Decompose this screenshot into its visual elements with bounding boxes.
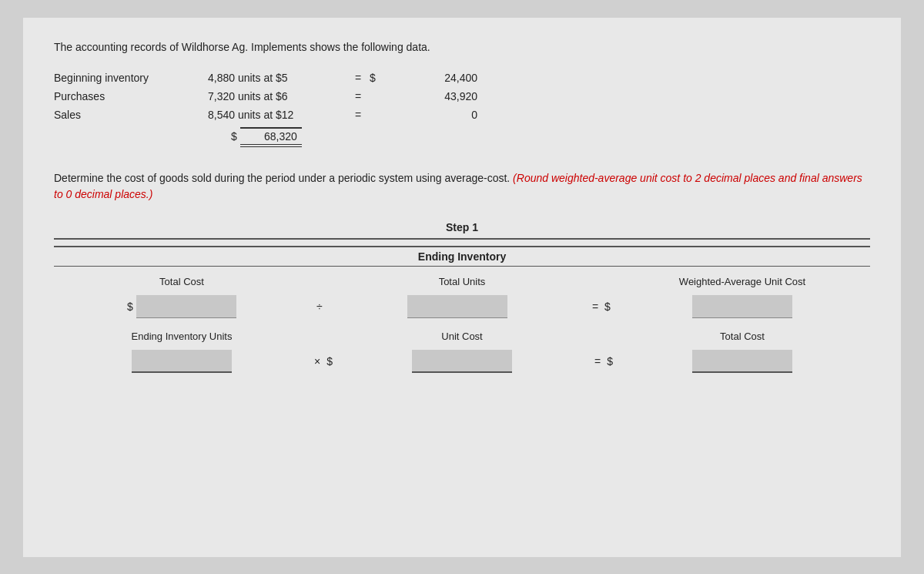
sales-units: 8,540 units at $12 bbox=[208, 109, 346, 121]
col-headers-row1: Total Cost Total Units Weighted-Average … bbox=[54, 276, 870, 287]
purchases-value: 43,920 bbox=[385, 90, 477, 102]
weighted-avg-group bbox=[622, 295, 862, 318]
instruction-normal: Determine the cost of goods sold during … bbox=[54, 172, 510, 184]
col3-header: Weighted-Average Unit Cost bbox=[622, 276, 862, 287]
ending-inv-units-input[interactable] bbox=[132, 350, 232, 373]
equals-symbol-1: = bbox=[592, 300, 598, 313]
beginning-inventory-units: 4,880 units at $5 bbox=[208, 72, 346, 84]
step-header: Step 1 bbox=[54, 221, 870, 233]
col2-label2: Unit Cost bbox=[342, 331, 582, 342]
col3-label2: Total Cost bbox=[622, 331, 862, 342]
total-dollar: $ bbox=[231, 130, 237, 143]
beginning-inventory-dollar: $ bbox=[370, 72, 385, 84]
total-cost-result-group bbox=[622, 350, 862, 373]
divide-symbol: ÷ bbox=[316, 300, 323, 313]
equals-dollar-group-2: = $ bbox=[588, 355, 616, 368]
sales-label: Sales bbox=[54, 109, 208, 121]
total-units-group bbox=[337, 295, 578, 318]
purchases-row: Purchases 7,320 units at $6 = 43,920 bbox=[54, 90, 870, 102]
section-title: Ending Inventory bbox=[54, 246, 870, 267]
total-cost-result-input[interactable] bbox=[692, 350, 792, 373]
step-divider bbox=[54, 238, 870, 240]
col-headers-row2: Ending Inventory Units Unit Cost Total C… bbox=[54, 331, 870, 342]
unit-cost-input[interactable] bbox=[412, 350, 512, 373]
col1-header: Total Cost bbox=[62, 276, 302, 287]
total-cost-group: $ bbox=[62, 295, 302, 318]
sales-row: Sales 8,540 units at $12 = 0 bbox=[54, 109, 870, 121]
data-section: Beginning inventory 4,880 units at $5 = … bbox=[54, 72, 870, 147]
beginning-inventory-value: 24,400 bbox=[385, 72, 477, 84]
sales-value: 0 bbox=[385, 109, 477, 121]
purchases-label: Purchases bbox=[54, 90, 208, 102]
step-section: Step 1 Ending Inventory Total Cost Total… bbox=[54, 221, 870, 373]
dollar-prefix-4: $ bbox=[607, 355, 613, 368]
equals-symbol-2: = bbox=[594, 355, 601, 368]
total-units-input[interactable] bbox=[407, 295, 507, 318]
instruction-text: Determine the cost of goods sold during … bbox=[54, 170, 870, 203]
page-container: The accounting records of Wildhorse Ag. … bbox=[23, 18, 901, 557]
input-row-2: × $ = $ bbox=[54, 350, 870, 373]
sales-equals: = bbox=[346, 109, 370, 121]
total-row: $ 68,320 bbox=[54, 127, 870, 147]
beginning-inventory-equals: = bbox=[346, 72, 370, 84]
dollar-prefix-3: $ bbox=[326, 355, 333, 368]
purchases-equals: = bbox=[346, 90, 370, 102]
multiply-symbol: × bbox=[314, 355, 320, 368]
col2-header: Total Units bbox=[342, 276, 582, 287]
purchases-units: 7,320 units at $6 bbox=[208, 90, 346, 102]
beginning-inventory-row: Beginning inventory 4,880 units at $5 = … bbox=[54, 72, 870, 84]
total-cost-input[interactable] bbox=[136, 295, 236, 318]
total-value: 68,320 bbox=[240, 127, 302, 147]
dollar-prefix-1: $ bbox=[127, 300, 133, 313]
beginning-inventory-label: Beginning inventory bbox=[54, 72, 208, 84]
input-row-1: $ ÷ = $ bbox=[54, 295, 870, 318]
weighted-avg-input[interactable] bbox=[692, 295, 792, 318]
dollar-prefix-2: $ bbox=[604, 300, 611, 313]
ending-inv-units-group bbox=[62, 350, 302, 373]
unit-cost-group bbox=[342, 350, 582, 373]
intro-text: The accounting records of Wildhorse Ag. … bbox=[54, 41, 870, 53]
equals-dollar-group-1: = $ bbox=[586, 300, 614, 313]
col1-label2: Ending Inventory Units bbox=[62, 331, 302, 342]
multiply-dollar-group: × $ bbox=[308, 355, 336, 368]
